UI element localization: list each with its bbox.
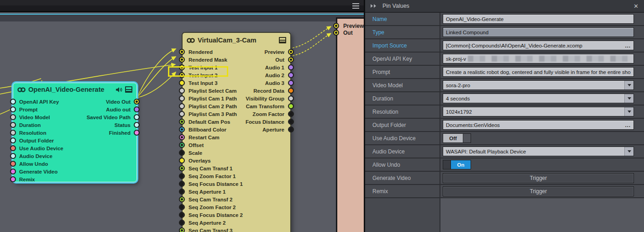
output-folder-field[interactable]: Documents:GenVideos...: [443, 120, 634, 130]
toggle-knob[interactable]: [443, 160, 451, 169]
pin-audio-device[interactable]: Audio Device: [13, 152, 136, 160]
pin-video-out[interactable]: Video Out: [13, 98, 136, 105]
chevron-down-icon[interactable]: [624, 94, 634, 103]
node-title-bar[interactable]: VirtualCam_3-Cam: [183, 33, 290, 45]
remix-socket[interactable]: [10, 176, 16, 182]
node-editor-canvas[interactable]: OpenAI_Video-Generate OpenAI API KeyProm…: [0, 0, 364, 232]
node-menu-icon[interactable]: [279, 37, 286, 43]
audio-device-socket[interactable]: [10, 153, 16, 159]
close-icon[interactable]: ✕: [634, 3, 639, 10]
pin-seq-focus-distance-2[interactable]: Seq Focus Distance 2: [183, 211, 290, 219]
seq-zoom-factor-2-socket[interactable]: [179, 204, 185, 210]
pin-offset[interactable]: Offset: [183, 141, 290, 149]
pin-allow-undo[interactable]: Allow Undo: [13, 160, 136, 168]
chevron-down-icon[interactable]: [624, 81, 634, 90]
allow-undo-toggle[interactable]: On: [443, 160, 471, 169]
pin-aperture[interactable]: Aperture: [183, 126, 290, 133]
seq-cam-transf-3-socket[interactable]: [179, 227, 185, 232]
overlays-socket[interactable]: [179, 158, 185, 163]
browse-button[interactable]: ...: [621, 43, 631, 48]
chevron-down-icon[interactable]: [624, 107, 634, 116]
seq-focus-distance-2-socket[interactable]: [179, 212, 185, 218]
seq-cam-transf-2-socket[interactable]: [179, 196, 185, 202]
import-source-field[interactable]: [Common]:Compounds\AI\OpenAI_Video-Gener…: [443, 41, 634, 50]
finished-socket[interactable]: [134, 130, 140, 136]
pin-seq-cam-transf-2[interactable]: Seq Cam Transf 2: [183, 195, 290, 203]
pin-restart-cam[interactable]: Restart Cam: [183, 133, 290, 141]
visibility-group-socket[interactable]: [288, 95, 294, 101]
pin-audio-3[interactable]: Audio 3: [183, 79, 290, 87]
seq-cam-transf-1-socket[interactable]: [179, 165, 185, 171]
node-openai-video-generate[interactable]: OpenAI_Video-Generate OpenAI API KeyProm…: [13, 83, 137, 182]
speaker-icon[interactable]: [115, 87, 122, 93]
allow-undo-socket[interactable]: [10, 161, 16, 167]
pin-seq-aperture-1[interactable]: Seq Aperture 1: [183, 188, 290, 195]
scale-socket[interactable]: [179, 150, 185, 156]
pin-out[interactable]: Out: [183, 56, 290, 63]
cam-transform-socket[interactable]: [288, 103, 294, 109]
seq-aperture-2-socket[interactable]: [179, 220, 185, 226]
pin-visibility-group[interactable]: Visibility Group: [183, 95, 290, 102]
aperture-socket[interactable]: [288, 127, 294, 132]
out-socket[interactable]: [333, 30, 339, 36]
pin-use-audio-device[interactable]: Use Audio Device: [13, 144, 136, 152]
prompt-field[interactable]: Create a realistic robot dog, centered a…: [443, 67, 634, 77]
record-data-socket[interactable]: [288, 88, 294, 94]
resolution-dropdown[interactable]: 1024x1792: [443, 107, 634, 116]
pin-generate-video[interactable]: Generate Video: [13, 168, 136, 175]
audio-out-socket[interactable]: [134, 106, 140, 112]
pin-cam-transform[interactable]: Cam Transform: [183, 102, 290, 110]
pin-preview[interactable]: Preview: [183, 48, 290, 56]
pin-status[interactable]: Status: [13, 121, 136, 129]
pin-zoom-factor[interactable]: Zoom Factor: [183, 110, 290, 118]
hamburger-menu-icon[interactable]: [352, 3, 359, 10]
video-out-socket[interactable]: [134, 99, 140, 105]
node-virtualcam-3-cam[interactable]: VirtualCam_3-Cam RenderedRendered MaskTe…: [182, 32, 291, 232]
preview-socket[interactable]: [288, 49, 294, 55]
use-audio-device-toggle[interactable]: Off: [443, 133, 471, 143]
audio-1-socket[interactable]: [288, 64, 294, 70]
zoom-factor-socket[interactable]: [288, 111, 294, 117]
collapse-arrows-icon[interactable]: [371, 4, 377, 8]
pin-focus-distance[interactable]: Focus Distance: [183, 118, 290, 126]
pin-audio-out[interactable]: Audio out: [13, 105, 136, 113]
node-menu-icon[interactable]: [125, 86, 132, 93]
pin-seq-focus-distance-1[interactable]: Seq Focus Distance 1: [183, 180, 290, 188]
pin-finished[interactable]: Finished: [13, 129, 136, 137]
pin-seq-zoom-factor-2[interactable]: Seq Zoom Factor 2: [183, 203, 290, 211]
remix-trigger-button[interactable]: Trigger: [443, 186, 634, 196]
audio-device-dropdown[interactable]: WASAPI: Default Playback Device: [443, 147, 634, 156]
restart-cam-socket[interactable]: [179, 134, 185, 140]
pin-seq-aperture-2[interactable]: Seq Aperture 2: [183, 219, 290, 227]
audio-3-socket[interactable]: [288, 80, 294, 86]
toggle-knob[interactable]: [463, 134, 471, 142]
pin-out[interactable]: Out: [337, 29, 364, 36]
node-preview-partial[interactable]: PreviewOut: [336, 17, 364, 232]
pin-saved-video-path[interactable]: Saved Video Path: [13, 113, 136, 121]
saved-video-path-socket[interactable]: [134, 114, 140, 120]
browse-button[interactable]: ...: [621, 122, 631, 128]
generate-video-socket[interactable]: [10, 169, 16, 174]
audio-2-socket[interactable]: [288, 72, 294, 78]
pin-seq-zoom-factor-1[interactable]: Seq Zoom Factor 1: [183, 172, 290, 180]
preview-socket[interactable]: [333, 23, 339, 29]
offset-socket[interactable]: [179, 142, 185, 148]
openai-api-key-field[interactable]: sk-proj-v: [443, 54, 634, 63]
pin-seq-cam-transf-1[interactable]: Seq Cam Transf 1: [183, 164, 290, 172]
output-folder-socket[interactable]: [10, 137, 16, 143]
video-model-dropdown[interactable]: sora-2-pro: [443, 80, 634, 90]
node-title-bar[interactable]: OpenAI_Video-Generate: [13, 83, 136, 94]
use-audio-device-socket[interactable]: [10, 145, 16, 151]
focus-distance-socket[interactable]: [288, 119, 294, 125]
name-field[interactable]: OpenAI_Video-Generate: [443, 14, 634, 24]
generate-video-trigger-button[interactable]: Trigger: [443, 173, 634, 183]
pin-record-data[interactable]: Record Data: [183, 87, 290, 95]
pin-overlays[interactable]: Overlays: [183, 157, 290, 164]
seq-zoom-factor-1-socket[interactable]: [179, 173, 185, 179]
status-socket[interactable]: [134, 122, 140, 128]
pin-remix[interactable]: Remix: [13, 175, 136, 183]
pin-output-folder[interactable]: Output Folder: [13, 137, 136, 144]
out-socket[interactable]: [288, 57, 294, 63]
pin-seq-cam-transf-3[interactable]: Seq Cam Transf 3: [183, 227, 290, 232]
pin-preview[interactable]: Preview: [337, 22, 364, 29]
